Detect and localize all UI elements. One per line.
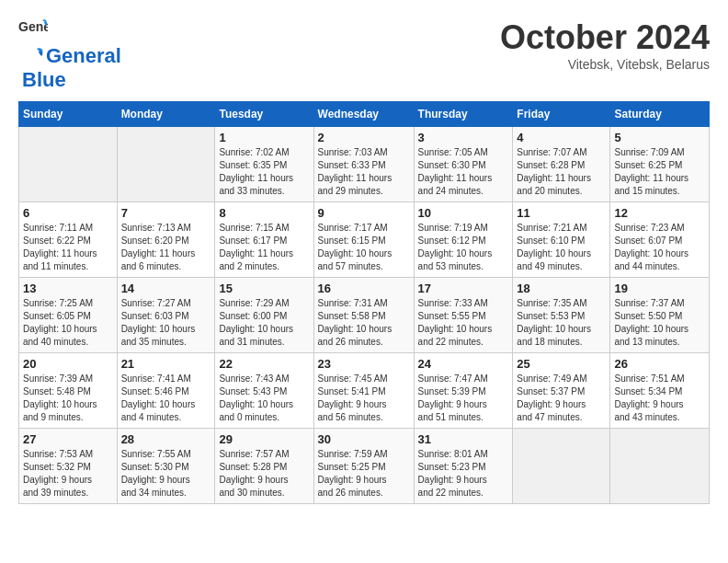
day-info: Sunrise: 7:53 AM Sunset: 5:32 PM Dayligh… <box>23 448 113 500</box>
header-row: Sunday Monday Tuesday Wednesday Thursday… <box>19 102 710 127</box>
day-info: Sunrise: 7:49 AM Sunset: 5:37 PM Dayligh… <box>517 373 606 424</box>
table-cell: 4Sunrise: 7:07 AM Sunset: 6:28 PM Daylig… <box>513 127 610 202</box>
day-number: 14 <box>121 282 211 295</box>
day-number: 23 <box>318 357 410 371</box>
table-cell <box>117 127 215 202</box>
day-number: 28 <box>121 432 211 446</box>
logo: General General Blue <box>18 18 121 92</box>
table-cell <box>19 127 118 202</box>
day-number: 22 <box>219 357 309 371</box>
day-info: Sunrise: 7:51 AM Sunset: 5:34 PM Dayligh… <box>614 373 705 424</box>
table-cell: 31Sunrise: 8:01 AM Sunset: 5:23 PM Dayli… <box>414 429 513 504</box>
day-number: 4 <box>517 131 606 144</box>
location-subtitle: Vitebsk, Vitebsk, Belarus <box>500 57 710 72</box>
day-info: Sunrise: 7:25 AM Sunset: 6:05 PM Dayligh… <box>23 297 113 349</box>
table-cell: 21Sunrise: 7:41 AM Sunset: 5:46 PM Dayli… <box>117 353 215 429</box>
day-info: Sunrise: 8:01 AM Sunset: 5:23 PM Dayligh… <box>418 448 509 500</box>
day-info: Sunrise: 7:37 AM Sunset: 5:50 PM Dayligh… <box>614 297 705 349</box>
day-info: Sunrise: 7:09 AM Sunset: 6:25 PM Dayligh… <box>614 146 705 198</box>
table-cell: 5Sunrise: 7:09 AM Sunset: 6:25 PM Daylig… <box>610 127 710 202</box>
table-cell: 7Sunrise: 7:13 AM Sunset: 6:20 PM Daylig… <box>117 202 215 278</box>
table-cell: 16Sunrise: 7:31 AM Sunset: 5:58 PM Dayli… <box>313 278 414 353</box>
table-cell: 22Sunrise: 7:43 AM Sunset: 5:43 PM Dayli… <box>215 353 313 429</box>
table-cell: 10Sunrise: 7:19 AM Sunset: 6:12 PM Dayli… <box>414 202 513 278</box>
logo-text-blue: Blue <box>22 68 66 92</box>
day-info: Sunrise: 7:13 AM Sunset: 6:20 PM Dayligh… <box>121 222 211 273</box>
col-thursday: Thursday <box>414 102 513 127</box>
day-number: 25 <box>517 357 606 371</box>
title-area: October 2024 Vitebsk, Vitebsk, Belarus <box>500 18 710 72</box>
day-info: Sunrise: 7:43 AM Sunset: 5:43 PM Dayligh… <box>219 373 309 424</box>
header: General General Blue October 2024 Vitebs… <box>18 18 710 92</box>
table-cell: 12Sunrise: 7:23 AM Sunset: 6:07 PM Dayli… <box>610 202 710 278</box>
table-cell: 29Sunrise: 7:57 AM Sunset: 5:28 PM Dayli… <box>215 429 313 504</box>
table-cell: 20Sunrise: 7:39 AM Sunset: 5:48 PM Dayli… <box>19 353 118 429</box>
day-info: Sunrise: 7:15 AM Sunset: 6:17 PM Dayligh… <box>219 222 309 273</box>
calendar-week-row: 1Sunrise: 7:02 AM Sunset: 6:35 PM Daylig… <box>19 127 710 202</box>
day-number: 11 <box>517 206 606 220</box>
day-number: 5 <box>614 131 705 144</box>
day-info: Sunrise: 7:55 AM Sunset: 5:30 PM Dayligh… <box>121 448 211 500</box>
day-number: 8 <box>219 206 309 220</box>
day-info: Sunrise: 7:31 AM Sunset: 5:58 PM Dayligh… <box>318 297 410 349</box>
month-title: October 2024 <box>500 18 710 57</box>
calendar-week-row: 6Sunrise: 7:11 AM Sunset: 6:22 PM Daylig… <box>19 202 710 278</box>
day-number: 24 <box>418 357 509 371</box>
day-number: 27 <box>23 432 113 446</box>
table-cell: 6Sunrise: 7:11 AM Sunset: 6:22 PM Daylig… <box>19 202 118 278</box>
table-cell: 2Sunrise: 7:03 AM Sunset: 6:33 PM Daylig… <box>313 127 414 202</box>
day-info: Sunrise: 7:21 AM Sunset: 6:10 PM Dayligh… <box>517 222 606 273</box>
day-number: 1 <box>219 131 309 144</box>
day-info: Sunrise: 7:39 AM Sunset: 5:48 PM Dayligh… <box>23 373 113 424</box>
logo-text-general: General <box>46 44 121 68</box>
day-number: 15 <box>219 282 309 295</box>
table-cell: 19Sunrise: 7:37 AM Sunset: 5:50 PM Dayli… <box>610 278 710 353</box>
day-number: 29 <box>219 432 309 446</box>
day-number: 26 <box>614 357 705 371</box>
day-number: 10 <box>418 206 509 220</box>
day-info: Sunrise: 7:59 AM Sunset: 5:25 PM Dayligh… <box>318 448 410 500</box>
table-cell: 11Sunrise: 7:21 AM Sunset: 6:10 PM Dayli… <box>513 202 610 278</box>
col-saturday: Saturday <box>610 102 710 127</box>
col-tuesday: Tuesday <box>215 102 313 127</box>
day-number: 20 <box>23 357 113 371</box>
calendar-week-row: 20Sunrise: 7:39 AM Sunset: 5:48 PM Dayli… <box>19 353 710 429</box>
col-wednesday: Wednesday <box>313 102 414 127</box>
col-sunday: Sunday <box>19 102 118 127</box>
table-cell: 13Sunrise: 7:25 AM Sunset: 6:05 PM Dayli… <box>19 278 118 353</box>
table-cell: 14Sunrise: 7:27 AM Sunset: 6:03 PM Dayli… <box>117 278 215 353</box>
table-cell: 1Sunrise: 7:02 AM Sunset: 6:35 PM Daylig… <box>215 127 313 202</box>
col-friday: Friday <box>513 102 610 127</box>
table-cell: 18Sunrise: 7:35 AM Sunset: 5:53 PM Dayli… <box>513 278 610 353</box>
calendar-week-row: 13Sunrise: 7:25 AM Sunset: 6:05 PM Dayli… <box>19 278 710 353</box>
calendar-week-row: 27Sunrise: 7:53 AM Sunset: 5:32 PM Dayli… <box>19 429 710 504</box>
table-cell: 3Sunrise: 7:05 AM Sunset: 6:30 PM Daylig… <box>414 127 513 202</box>
table-cell: 17Sunrise: 7:33 AM Sunset: 5:55 PM Dayli… <box>414 278 513 353</box>
table-cell: 25Sunrise: 7:49 AM Sunset: 5:37 PM Dayli… <box>513 353 610 429</box>
day-info: Sunrise: 7:23 AM Sunset: 6:07 PM Dayligh… <box>614 222 705 273</box>
table-cell: 26Sunrise: 7:51 AM Sunset: 5:34 PM Dayli… <box>610 353 710 429</box>
day-number: 30 <box>318 432 410 446</box>
bird-icon <box>18 47 44 65</box>
day-info: Sunrise: 7:41 AM Sunset: 5:46 PM Dayligh… <box>121 373 211 424</box>
day-info: Sunrise: 7:47 AM Sunset: 5:39 PM Dayligh… <box>418 373 509 424</box>
day-number: 16 <box>318 282 410 295</box>
table-cell: 30Sunrise: 7:59 AM Sunset: 5:25 PM Dayli… <box>313 429 414 504</box>
day-info: Sunrise: 7:11 AM Sunset: 6:22 PM Dayligh… <box>23 222 113 273</box>
day-info: Sunrise: 7:57 AM Sunset: 5:28 PM Dayligh… <box>219 448 309 500</box>
day-info: Sunrise: 7:05 AM Sunset: 6:30 PM Dayligh… <box>418 146 509 198</box>
calendar-table: Sunday Monday Tuesday Wednesday Thursday… <box>18 101 710 504</box>
day-info: Sunrise: 7:17 AM Sunset: 6:15 PM Dayligh… <box>318 222 410 273</box>
day-info: Sunrise: 7:07 AM Sunset: 6:28 PM Dayligh… <box>517 146 606 198</box>
day-number: 2 <box>318 131 410 144</box>
day-info: Sunrise: 7:19 AM Sunset: 6:12 PM Dayligh… <box>418 222 509 273</box>
table-cell: 23Sunrise: 7:45 AM Sunset: 5:41 PM Dayli… <box>313 353 414 429</box>
day-number: 6 <box>23 206 113 220</box>
table-cell: 8Sunrise: 7:15 AM Sunset: 6:17 PM Daylig… <box>215 202 313 278</box>
table-cell <box>513 429 610 504</box>
logo-icon: General <box>18 18 48 44</box>
day-number: 7 <box>121 206 211 220</box>
day-info: Sunrise: 7:29 AM Sunset: 6:00 PM Dayligh… <box>219 297 309 349</box>
day-number: 12 <box>614 206 705 220</box>
table-cell: 15Sunrise: 7:29 AM Sunset: 6:00 PM Dayli… <box>215 278 313 353</box>
